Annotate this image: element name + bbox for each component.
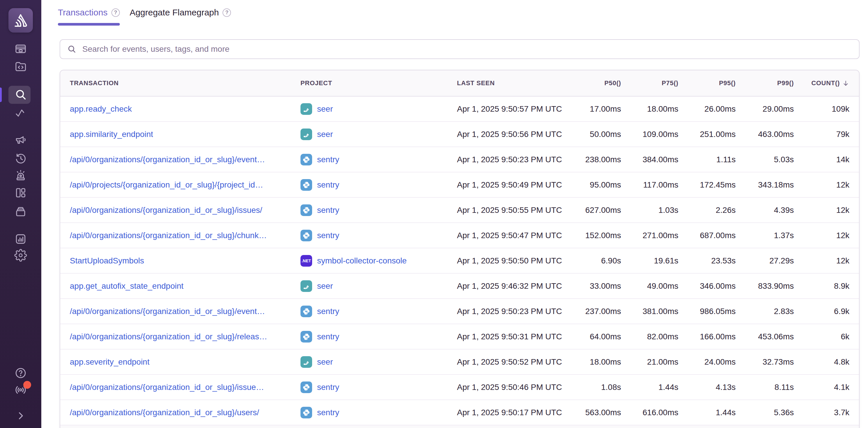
transaction-link[interactable]: app.severity_endpoint [70,357,150,367]
project-link[interactable]: sentry [317,408,339,417]
traces-icon [14,107,27,120]
p75-value: 381.00ms [621,307,678,316]
count-value: 79k [794,130,859,139]
column-header-count[interactable]: COUNT() [794,79,859,87]
sentry-logo[interactable] [8,8,33,33]
count-value: 12k [794,180,859,190]
transaction-link[interactable]: /api/0/organizations/{organization_id_or… [70,332,267,341]
column-header-p75[interactable]: P75() [621,79,678,87]
project-icon [301,331,312,342]
table-row[interactable]: /api/0/organizations/{organization_id_or… [60,299,859,324]
p99-value: 8.11s [736,383,794,392]
column-header-transaction[interactable]: TRANSACTION [60,79,301,87]
sentry-logo-icon [13,13,28,28]
p75-value: 271.00ms [621,231,678,240]
python-icon [302,307,311,316]
project-link[interactable]: sentry [317,205,339,215]
last-seen: Apr 1, 2025 9:50:57 PM UTC [457,104,565,114]
sidebar-item-feedback[interactable] [14,133,27,146]
transaction-link[interactable]: StartUploadSymbols [70,256,144,265]
search-bar[interactable] [60,39,860,59]
transaction-link[interactable]: app.similarity_endpoint [70,130,153,139]
python-icon [302,408,311,417]
project-icon [301,230,312,241]
table-row[interactable]: /api/0/organizations/{organization_id_or… [60,198,859,223]
last-seen: Apr 1, 2025 9:50:23 PM UTC [457,155,565,164]
table-row[interactable]: /api/0/organizations/{organization_id_or… [60,147,859,172]
tab-aggregate-flamegraph[interactable]: Aggregate Flamegraph ? [130,7,231,26]
sidebar-collapse-button[interactable] [14,409,27,422]
sidebar-item-traces[interactable] [14,107,27,120]
table-row[interactable]: app.similarity_endpoint seer Apr 1, 2025… [60,122,859,147]
table-row[interactable]: app.ready_check seer Apr 1, 2025 9:50:57… [60,97,859,122]
sidebar-item-alerts[interactable] [14,169,27,182]
last-seen: Apr 1, 2025 9:46:32 PM UTC [457,282,565,291]
transaction-link[interactable]: /api/0/organizations/{organization_id_or… [70,383,264,392]
p75-value: 82.00ms [621,332,678,341]
project-link[interactable]: sentry [317,155,339,164]
column-header-p99[interactable]: P99() [736,79,794,87]
p50-value: 237.00ms [565,307,621,316]
column-header-last-seen[interactable]: LAST SEEN [457,79,565,87]
transaction-link[interactable]: app.ready_check [70,104,132,114]
p95-value: 24.00ms [678,357,736,367]
sidebar-item-releases[interactable] [14,205,27,218]
project-icon [301,382,312,393]
tab-help-icon[interactable]: ? [222,8,231,17]
transaction-link[interactable]: /api/0/organizations/{organization_id_or… [70,408,259,417]
count-value: 6k [794,332,859,341]
project-link[interactable]: sentry [317,231,339,240]
count-value: 12k [794,256,859,265]
sidebar-item-help[interactable] [14,367,27,380]
transaction-link[interactable]: /api/0/projects/{organization_id_or_slug… [70,180,263,190]
project-link[interactable]: symbol-collector-console [317,256,407,265]
project-link[interactable]: sentry [317,307,339,316]
project-link[interactable]: seer [317,104,333,114]
count-value: 12k [794,231,859,240]
transaction-link[interactable]: /api/0/organizations/{organization_id_or… [70,205,262,215]
p50-value: 64.00ms [565,332,621,341]
table-row[interactable]: app.severity_endpoint seer Apr 1, 2025 9… [60,350,859,375]
tab-help-icon[interactable]: ? [112,8,120,17]
tab-transactions[interactable]: Transactions ? [58,7,120,26]
p75-value: 19.61s [621,256,678,265]
project-link[interactable]: seer [317,282,333,291]
p99-value: 1.37s [736,231,794,240]
transaction-link[interactable]: /api/0/organizations/{organization_id_or… [70,155,265,164]
sidebar-item-replays[interactable] [14,152,27,165]
project-link[interactable]: seer [317,357,333,367]
active-tab-underline [58,23,120,26]
table-row[interactable]: StartUploadSymbols .NET symbol-collector… [60,248,859,274]
project-link[interactable]: sentry [317,180,339,190]
p50-value: 95.00ms [565,180,621,190]
project-link[interactable]: seer [317,130,333,139]
p95-value: 1.44s [678,408,736,417]
transaction-link[interactable]: app.get_autofix_state_endpoint [70,282,184,291]
project-link[interactable]: sentry [317,332,339,341]
sidebar-item-projects[interactable] [14,60,27,73]
table-row[interactable]: app.get_autofix_state_endpoint seer Apr … [60,274,859,299]
sidebar-item-explore[interactable] [14,88,27,101]
sidebar-item-stats[interactable] [14,233,27,245]
last-seen: Apr 1, 2025 9:50:17 PM UTC [457,408,565,417]
sidebar-item-issues[interactable] [14,42,27,55]
p99-value: 29.00ms [736,104,794,114]
clock-history-icon [14,152,27,165]
transaction-link[interactable]: /api/0/organizations/{organization_id_or… [70,307,265,316]
table-row[interactable]: /api/0/organizations/{organization_id_or… [60,375,859,400]
transaction-link[interactable]: /api/0/organizations/{organization_id_or… [70,231,267,240]
search-input[interactable] [82,40,859,58]
project-link[interactable]: sentry [317,383,339,392]
count-value: 109k [794,104,859,114]
table-row[interactable]: /api/0/organizations/{organization_id_or… [60,223,859,248]
column-header-project[interactable]: PROJECT [301,79,457,87]
table-row[interactable]: /api/0/organizations/{organization_id_or… [60,324,859,350]
table-row[interactable]: /api/0/projects/{organization_id_or_slug… [60,172,859,198]
p50-value: 1.08s [565,383,621,392]
sidebar-item-settings[interactable] [14,249,27,262]
column-header-p50[interactable]: P50() [565,79,621,87]
p75-value: 18.00ms [621,104,678,114]
sidebar-item-dashboards[interactable] [14,186,27,199]
table-row[interactable]: /api/0/organizations/{organization_id_or… [60,400,859,425]
column-header-p95[interactable]: P95() [678,79,736,87]
